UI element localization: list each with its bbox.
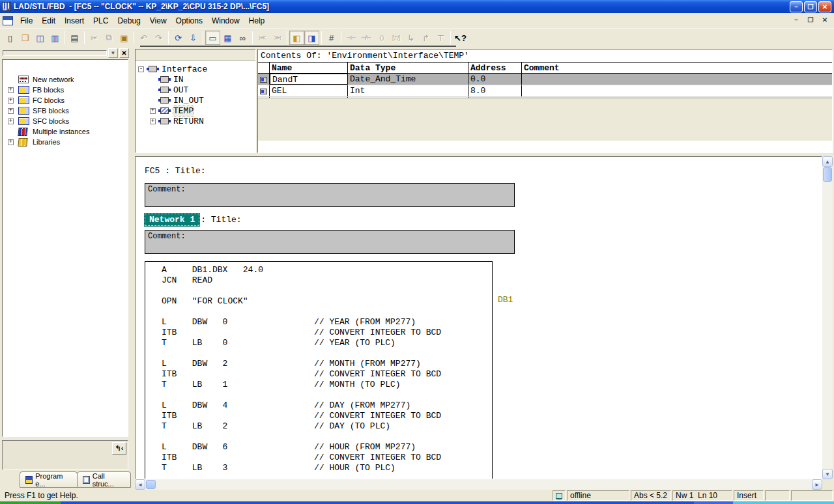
expander-icon[interactable]: + xyxy=(8,87,14,93)
interface-item-in-out[interactable]: IN_OUT xyxy=(136,95,255,105)
code-pane[interactable]: FC5 : Title: Comment: Network 1 : Title:… xyxy=(135,156,822,479)
cell-address[interactable]: 8.0 xyxy=(468,85,522,96)
code-line[interactable]: ITB // CONVERT INTEGER TO BCD xyxy=(162,369,492,380)
menu-help[interactable]: Help xyxy=(244,15,270,27)
menu-edit[interactable]: Edit xyxy=(37,15,60,27)
tree-item-sfc-blocks[interactable]: + SFC blocks xyxy=(3,116,128,126)
tab-program-elements[interactable]: Program e... xyxy=(20,471,78,488)
menu-window[interactable]: Window xyxy=(207,15,244,27)
tree-item-fc-blocks[interactable]: + FC blocks xyxy=(3,95,128,105)
collapse-icon[interactable]: - xyxy=(138,66,144,72)
mdi-child-icon[interactable] xyxy=(3,16,13,25)
horizontal-scrollbar[interactable]: ◄ ► xyxy=(135,479,822,490)
toolbar-undo-button[interactable]: ↶ xyxy=(136,31,151,45)
column-header-address[interactable]: Address xyxy=(468,63,522,73)
toolbar-overview-button[interactable]: ◧ xyxy=(289,31,304,45)
code-line[interactable]: JCN READ xyxy=(162,275,492,286)
minimize-button[interactable]: – xyxy=(790,1,803,12)
toolbar-no-contact-button[interactable]: ⊣⊢ xyxy=(343,31,358,45)
code-line[interactable]: T LB 2 // DAY (TO PLC) xyxy=(162,421,492,432)
tree-item-label[interactable]: FB blocks xyxy=(33,86,64,94)
code-line[interactable]: L DBW 2 // MONTH (FROM MP277) xyxy=(162,359,492,369)
interface-item-out[interactable]: OUT xyxy=(136,85,255,95)
interface-item-label[interactable]: RETURN xyxy=(173,117,204,126)
tree-item-label[interactable]: New network xyxy=(33,76,74,83)
toolbar-open-station-button[interactable]: ◫ xyxy=(33,31,48,45)
code-line[interactable]: T LB 0 // YEAR (TO PLC) xyxy=(162,338,492,348)
code-line[interactable]: L DBW 6 // HOUR (FROM MP277) xyxy=(162,442,492,453)
code-line[interactable]: L DBW 0 // YEAR (FROM MP277) xyxy=(162,317,492,328)
tree-item-label[interactable]: Multiple instances xyxy=(33,128,89,135)
toolbar-redo-button[interactable]: ↷ xyxy=(151,31,166,45)
cell-data-type[interactable]: Date_And_Time xyxy=(348,74,468,85)
toolbar-update-button[interactable]: ⟳ xyxy=(171,31,186,45)
network-comment-box[interactable]: Comment: xyxy=(145,230,515,254)
tree-item-fb-blocks[interactable]: + FB blocks xyxy=(3,85,128,95)
scroll-left-button[interactable]: ◄ xyxy=(135,479,145,490)
tree-item-multiple-instances[interactable]: Multiple instances xyxy=(3,126,128,137)
stl-code-block[interactable]: A DB1.DBX 24.0 JCN READ OPN "FOR CLOCK" … xyxy=(145,261,493,479)
close-button[interactable]: ✕ xyxy=(818,1,831,12)
expand-icon[interactable]: + xyxy=(150,108,156,114)
toolbar-symbol-toggle-button[interactable]: ▭ xyxy=(205,31,220,45)
column-header-comment[interactable]: Comment xyxy=(522,63,832,73)
mdi-minimize-button[interactable]: – xyxy=(791,15,801,25)
panel-close-button[interactable]: ✕ xyxy=(119,48,129,58)
code-line[interactable]: A DB1.DBX 24.0 xyxy=(162,265,492,275)
cell-name[interactable]: GEL xyxy=(270,85,348,96)
block-comment-box[interactable]: Comment: xyxy=(145,183,515,207)
toolbar-cut-button[interactable]: ✂ xyxy=(87,31,102,45)
expander-icon[interactable]: + xyxy=(8,139,14,145)
code-line[interactable]: T LB 3 // HOUR (TO PLC) xyxy=(162,463,492,473)
network-badge[interactable]: Network 1 xyxy=(145,214,199,226)
code-line[interactable] xyxy=(162,307,492,317)
interface-item-label[interactable]: IN_OUT xyxy=(173,96,204,105)
menu-debug[interactable]: Debug xyxy=(113,15,145,27)
interface-item-label[interactable]: OUT xyxy=(173,85,188,95)
scroll-right-button[interactable]: ► xyxy=(812,479,822,490)
interface-root[interactable]: - Interface xyxy=(136,64,255,74)
scroll-up-button[interactable]: ▲ xyxy=(822,156,833,167)
toolbar-next-error-button[interactable]: ≫! xyxy=(270,31,285,45)
code-line[interactable] xyxy=(162,286,492,296)
cell-address[interactable]: 0.0 xyxy=(468,74,522,85)
toolbar-symbol-info-button[interactable]: ▦ xyxy=(220,31,235,45)
toolbar-open-button[interactable]: ❒ xyxy=(18,31,33,45)
code-line[interactable] xyxy=(162,390,492,400)
restore-button[interactable]: ❐ xyxy=(804,1,817,12)
menu-plc[interactable]: PLC xyxy=(89,15,113,27)
menu-file[interactable]: File xyxy=(16,15,37,27)
interface-item-label[interactable]: IN xyxy=(173,75,184,85)
interface-item-label[interactable]: TEMP xyxy=(173,106,194,116)
toolbar-copy-button[interactable]: ⧉ xyxy=(102,31,117,45)
menu-options[interactable]: Options xyxy=(171,15,207,27)
mdi-restore-button[interactable]: ❐ xyxy=(805,15,816,25)
block-title[interactable]: FC5 : Title: xyxy=(145,166,206,176)
network-title[interactable]: : Title: xyxy=(201,215,241,225)
interface-item-return[interactable]: + RETURN xyxy=(136,116,255,126)
code-line[interactable]: OPN "FOR CLOCK" xyxy=(162,296,492,307)
cell-data-type[interactable]: Int xyxy=(348,85,468,96)
code-line[interactable] xyxy=(162,432,492,442)
tree-item-new-network[interactable]: New network xyxy=(3,74,128,85)
interface-item-temp[interactable]: + TEMP xyxy=(136,105,255,116)
toolbar-open-branch-button[interactable]: ↳ xyxy=(403,31,418,45)
code-line[interactable]: ITB // CONVERT INTEGER TO BCD xyxy=(162,328,492,338)
tree-item-label[interactable]: FC blocks xyxy=(33,96,65,104)
tree-item-label[interactable]: SFC blocks xyxy=(33,117,69,125)
horizontal-scroll-thumb[interactable] xyxy=(146,480,156,489)
tree-item-label[interactable]: SFB blocks xyxy=(33,107,69,115)
dropdown-button[interactable]: ▼ xyxy=(108,48,118,58)
toolbar-monitor-glasses-button[interactable]: ∞ xyxy=(235,31,250,45)
column-header-name[interactable]: Name xyxy=(270,63,348,73)
toolbar-nc-contact-button[interactable]: ⊣/⊢ xyxy=(358,31,373,45)
tree-item-sfb-blocks[interactable]: + SFB blocks xyxy=(3,105,128,116)
expand-icon[interactable]: + xyxy=(150,119,156,124)
table-row[interactable]: GEL Int 8.0 xyxy=(258,85,832,97)
interface-root-label[interactable]: Interface xyxy=(162,64,207,74)
interface-item-in[interactable]: IN xyxy=(136,74,255,85)
tab-call-structure[interactable]: Call struc... xyxy=(77,471,131,488)
cell-name[interactable]: DandT xyxy=(270,74,348,85)
vertical-scrollbar[interactable]: ▲ ▼ xyxy=(822,156,833,479)
mdi-close-button[interactable]: ✕ xyxy=(820,15,830,25)
